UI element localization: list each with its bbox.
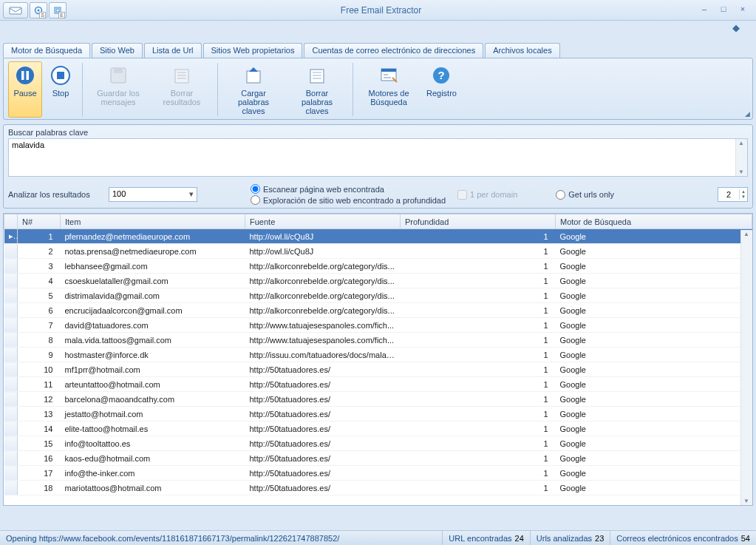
tab-website[interactable]: Sitio Web [92,43,143,58]
tab-owner-sites[interactable]: Sitios Web propietarios [203,43,303,58]
quick-settings-button[interactable]: S [30,2,47,18]
load-keywords-button[interactable]: Cargar palabras claves [222,61,285,118]
depth-spinner[interactable]: 2 ▲▼ [718,187,748,202]
maximize-button[interactable]: □ [715,4,732,16]
status-opening: Opening https://www.facebook.com/events/… [0,531,443,545]
table-row[interactable]: 4csoeskuelataller@gmail.comhttp://alkorc… [4,274,752,288]
results-grid: N# Item Fuente Profundidad Motor de Búsq… [3,213,753,506]
clear-keywords-button[interactable]: Borrar palabras claves [286,61,348,118]
grid-header-row: N# Item Fuente Profundidad Motor de Búsq… [4,214,752,229]
ribbon-expand-icon[interactable]: ◢ [745,110,750,118]
stop-icon [49,64,72,87]
table-row[interactable]: 10mf1prr@hotmail.comhttp://50tatuadores.… [4,362,752,377]
search-engines-icon [377,64,401,87]
load-keywords-icon [242,64,265,87]
table-row[interactable]: 15info@tooltattoo.eshttp://50tatuadores.… [4,436,752,451]
svg-rect-9 [57,72,64,79]
clear-results-button: Borrar resultados [151,61,213,118]
pause-icon [13,64,37,87]
table-row[interactable]: 7david@tatuadores.comhttp://www.tatuajes… [4,318,752,333]
svg-rect-0 [10,7,21,14]
clear-keywords-icon [305,64,329,87]
clear-results-icon [170,64,194,87]
col-item[interactable]: Item [61,214,245,229]
status-urls-analyzed: Urls analizadas 23 [531,531,610,545]
log-button[interactable]: ? Registro [421,61,462,118]
pause-button[interactable]: Pause [8,61,42,118]
table-row[interactable]: 13jestatto@hotmail.comhttp://50tatuadore… [4,407,752,422]
col-profundidad[interactable]: Profundidad [401,214,556,229]
svg-point-5 [16,67,34,84]
table-row[interactable]: 16kaos-edu@hotmail.comhttp://50tatuadore… [4,451,752,466]
table-row[interactable]: 17info@the-inker.comhttp://50tatuadores.… [4,466,752,481]
status-urls-found: URL encontradas 24 [443,531,530,545]
tab-url-list[interactable]: Lista de Url [144,43,202,58]
explore-site-radio[interactable]: Exploración de sitio web encontrado a pr… [251,195,446,205]
table-row[interactable]: 3lebhansee@gmail.comhttp://alkorconrebel… [4,259,752,274]
svg-rect-12 [175,70,188,83]
svg-text:?: ? [438,69,445,81]
app-menu-button[interactable] [3,2,28,18]
svg-rect-6 [21,71,24,80]
stop-button[interactable]: Stop [44,61,78,118]
svg-rect-13 [247,71,260,83]
close-button[interactable]: × [734,4,752,16]
table-row[interactable]: 11arteuntattoo@hotmail.comhttp://50tatua… [4,377,752,392]
table-row[interactable]: 12barcelona@maoandcathy.comhttp://50tatu… [4,392,752,407]
search-panel: Buscar palabras clave Analizar los resul… [3,124,753,209]
get-urls-only-radio[interactable]: Get urls only [556,190,614,200]
search-engines-button[interactable]: Motores de Búsqueda [358,61,420,118]
tab-local-files[interactable]: Archivos locales [485,43,559,58]
per-domain-checkbox: 1 per domain [457,190,517,200]
table-row[interactable]: 9hostmaster@inforce.dkhttp://issuu.com/t… [4,348,752,362]
tab-search-engine[interactable]: Motor de Búsqueda [3,43,90,58]
svg-rect-16 [381,69,396,72]
help-icon[interactable]: ◆ [732,22,749,35]
ribbon: Pause Stop Guardar los mensajes Borrar r… [3,58,753,120]
table-row[interactable]: ▸1pfernandez@netmediaeurope.comhttp://ow… [4,229,752,244]
keywords-input[interactable] [12,141,732,175]
window-title: Free Email Extractor [67,5,695,16]
scan-page-radio[interactable]: Escanear página web encontrada [251,184,446,194]
svg-rect-11 [114,68,123,73]
tab-email-accounts[interactable]: Cuentas de correo electrónico de direcci… [304,43,483,58]
save-messages-button: Guardar los mensajes [87,61,149,118]
table-row[interactable]: 8mala.vida.tattoos@gmail.comhttp://www.t… [4,333,752,348]
col-n[interactable]: N# [18,214,61,229]
table-row[interactable]: 6encrucijadaalcorcon@gmail.comhttp://alk… [4,303,752,318]
col-fuente[interactable]: Fuente [245,214,401,229]
log-icon: ? [429,64,453,87]
table-row[interactable]: 5distrimalavida@gmail.comhttp://alkorcon… [4,288,752,303]
grid-scrollbar[interactable] [740,230,752,505]
results-count-combo[interactable]: 100 [109,187,197,202]
status-bar: Opening https://www.facebook.com/events/… [0,530,756,545]
analyze-label: Analizar los resultados [8,190,97,199]
status-emails-found: Correos electrónicos encontrados 54 [610,531,756,545]
textarea-scrollbar[interactable] [735,139,747,176]
search-label: Buscar palabras clave [8,128,748,137]
table-row[interactable]: 14elite-tattoo@hotmail.eshttp://50tatuad… [4,422,752,436]
main-tabs: Motor de Búsqueda Sitio Web Lista de Url… [0,43,756,58]
quick-export-button[interactable]: E [49,2,67,18]
svg-rect-7 [27,71,30,80]
minimize-button[interactable]: – [695,4,713,16]
titlebar: S E Free Email Extractor – □ × [0,0,756,21]
table-row[interactable]: 2notas.prensa@netmediaeurope.comhttp://o… [4,244,752,259]
table-row[interactable]: 18mariotattoos@hotmail.comhttp://50tatua… [4,481,752,495]
svg-rect-14 [310,70,324,83]
col-motor[interactable]: Motor de Búsqueda [556,214,752,229]
save-icon [106,64,130,87]
